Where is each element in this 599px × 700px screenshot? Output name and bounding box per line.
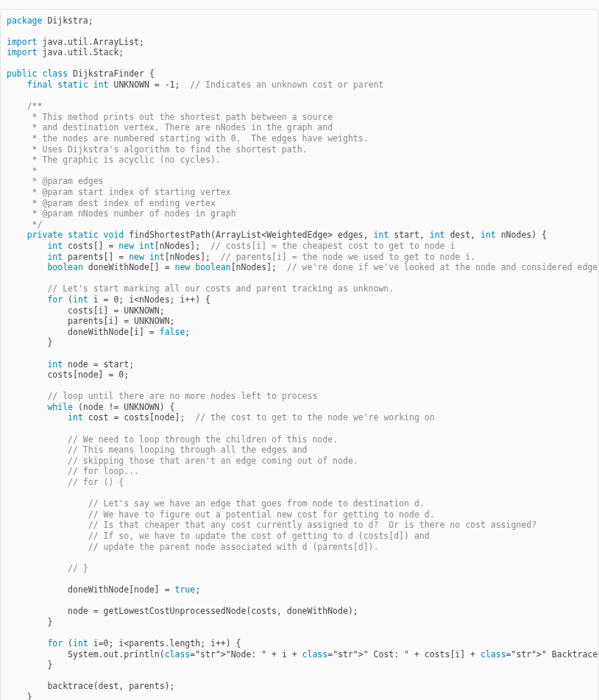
code-line: doneWithNode[node] = true; [7,584,200,595]
code-line: * the nodes are numbered starting with 0… [7,133,369,144]
code-line: * Uses Dijkstra's algorithm to find the … [7,144,308,155]
code-line: // update the parent node associated wit… [7,542,378,552]
code-line: * and destination vertex. There are nNod… [7,122,333,132]
code-line: // loop until there are no more nodes le… [7,391,317,401]
code-line: for (int i = 0; i<nNodes; i++) { [7,294,210,305]
code-line: * @param nNodes number of nodes in graph [7,208,236,219]
code-line: * @param start index of starting vertex [7,187,231,197]
code-line: boolean doneWithNode[] = new boolean[nNo… [7,262,599,272]
code-line: final static int UNKNOWN = -1; // Indica… [7,79,383,90]
code-line: * [7,166,38,176]
code-line: } [7,660,52,670]
code-line: // We have to figure out a potential new… [7,509,435,520]
code-line: // If so, we have to update the cost of … [7,531,430,541]
code-line: while (node != UNKNOWN) { [7,402,175,412]
code-line: // We need to loop through the children … [7,434,338,445]
code-line: import java.util.ArrayList; [7,37,144,47]
code-line: System.out.println(class="str">"Node: " … [7,649,599,660]
code-line: * This method prints out the shortest pa… [7,112,333,122]
code-line: // Let's start marking all our costs and… [7,283,394,294]
code-line: private static void findShortestPath(Arr… [7,230,547,240]
code-line: // Is that cheaper that any cost current… [7,520,536,530]
code-line: doneWithNode[i] = false; [7,327,190,337]
code-line: } [7,692,32,700]
code-line: /** [7,101,42,111]
code-line: } [7,337,52,347]
code-line: * The graphic is acyclic (no cycles). [7,155,221,165]
code-line: backtrace(dest, parents); [7,681,174,691]
code-line: int parents[] = new int[nNodes]; // pare… [7,252,475,262]
code-line: // for () { [7,477,124,487]
code-line: // This means looping through all the ed… [7,445,308,455]
code-line: } [7,617,52,627]
code-line: int node = start; [7,359,134,370]
code-line: for (int i=0; i<parents.length; i++) { [7,638,241,648]
code-line: // skipping those that aren't an edge co… [7,456,358,466]
code-line: // } [7,563,88,573]
code-line: package Dijkstra; [7,15,93,26]
code-block: package Dijkstra; import java.util.Array… [0,9,599,701]
code-line: * @param dest index of ending vertex [7,198,216,208]
code-line: int cost = costs[node]; // the cost to g… [7,412,435,423]
code-line: public class DijkstraFinder { [7,68,155,79]
code-line: import java.util.Stack; [7,47,124,57]
code-line: costs[node] = 0; [7,370,129,380]
code-line: parents[i] = UNKNOWN; [7,316,174,326]
code-line: int costs[] = new int[nNodes]; // costs[… [7,241,455,251]
code-line: * @param edges [7,176,104,186]
code-line: // for loop... [7,466,139,476]
code-line: // Let's say we have an edge that goes f… [7,498,425,509]
code-line: node = getLowestCostUnprocessedNode(cost… [7,606,358,616]
code-line: costs[i] = UNKNOWN; [7,305,165,316]
code-line: */ [7,219,42,230]
